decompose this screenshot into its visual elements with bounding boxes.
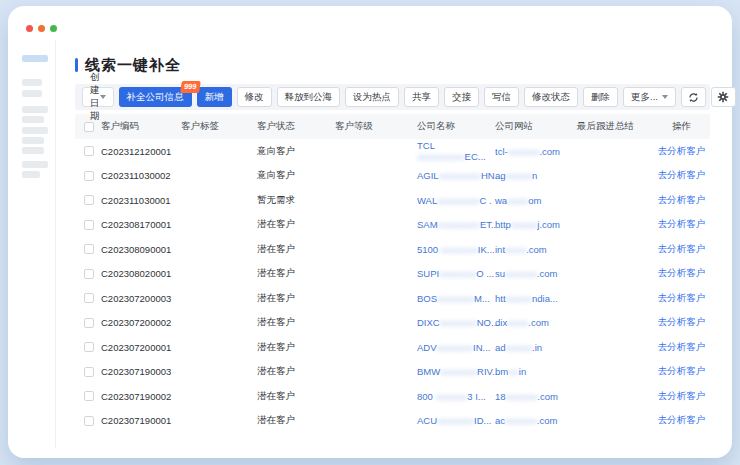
close-window-icon[interactable] [26,25,33,32]
sidebar-item[interactable] [22,147,44,154]
analyze-customer-link[interactable]: 去分析客户 [658,341,706,352]
analyze-customer-link[interactable]: 去分析客户 [658,267,706,278]
analyze-customer-link[interactable]: 去分析客户 [658,390,706,401]
action-cell: 去分析客户 [653,390,710,403]
table-row: C202308020001 潜在客户 SUPIoooooooO ... suoo… [75,262,710,287]
action-cell: 去分析客户 [653,267,710,280]
company-website-cell: httpoooooj.com [495,219,577,230]
sidebar-item[interactable] [22,116,44,123]
col-header-customer-level: 客户等级 [335,120,417,133]
row-checkbox[interactable] [84,244,94,254]
handover-button[interactable]: 交接 [444,87,479,107]
delete-button[interactable]: 删除 [583,87,618,107]
row-checkbox[interactable] [84,220,94,230]
redacted-text: ooooooo [440,317,477,328]
share-button[interactable]: 共享 [404,87,439,107]
company-website-cell: dixoooo.com [495,317,577,328]
row-checkbox[interactable] [84,293,94,303]
redacted-text: ooooo [511,219,537,230]
table-row: C202308170001 潜在客户 SAMooooooooET... http… [75,213,710,238]
col-header-company-website: 公司网站 [495,120,577,133]
customer-status-cell: 潜在客户 [257,414,335,427]
settings-button[interactable] [711,87,736,107]
row-checkbox[interactable] [84,269,94,279]
company-name-cell: ACUoooooooID... [417,415,495,426]
redacted-text: oooo [507,317,528,328]
redacted-text: ooooo [506,342,532,353]
customer-code-cell: C202308090001 [101,244,181,255]
customer-status-cell: 潜在客户 [257,243,335,256]
table-row: C202307200003 潜在客户 BOSoooooooM... httooo… [75,286,710,311]
customer-status-cell: 潜在客户 [257,267,335,280]
release-to-pool-button[interactable]: 释放到公海 [277,87,341,107]
row-checkbox[interactable] [84,318,94,328]
row-checkbox[interactable] [84,195,94,205]
set-hotspot-button[interactable]: 设为热点 [345,87,399,107]
customer-status-cell: 意向客户 [257,145,335,158]
action-cell: 去分析客户 [653,316,710,329]
complete-company-info-button[interactable]: 补全公司信息 999 [119,87,192,107]
company-website-cell: 18oooooo.com [495,391,577,402]
redacted-text: ooooo [506,170,532,181]
sidebar-item[interactable] [22,161,48,168]
select-all-checkbox[interactable] [84,122,94,132]
maximize-window-icon[interactable] [50,25,57,32]
table-row: C202312120001 意向客户 TCL oooooooooEC... tc… [75,139,710,164]
chevron-down-icon [662,95,668,99]
sidebar-item[interactable] [22,137,44,144]
analyze-customer-link[interactable]: 去分析客户 [658,145,706,156]
customer-status-cell: 潜在客户 [257,341,335,354]
redacted-text: oooo [505,244,526,255]
gear-icon [717,91,729,103]
write-email-button[interactable]: 写信 [484,87,519,107]
table-row: C202307200001 潜在客户 ADVoooooooIN... adooo… [75,335,710,360]
filter-label: 创建日期 [90,71,100,123]
row-checkbox[interactable] [84,146,94,156]
sidebar-item[interactable] [22,79,42,86]
change-status-button[interactable]: 修改状态 [524,87,578,107]
sidebar-item[interactable] [22,106,48,113]
col-header-last-followup: 最后跟进总结 [577,120,653,133]
add-button[interactable]: 新增 [197,87,232,107]
table-row: C202311030001 暂无需求 WALooooooooC . waoooo… [75,188,710,213]
create-date-filter-select[interactable]: 创建日期 [82,87,114,107]
redacted-text: oooooooo [437,195,479,206]
more-button[interactable]: 更多... [623,87,676,107]
minimize-window-icon[interactable] [38,25,45,32]
row-checkbox[interactable] [84,391,94,401]
table-header: 客户编码 客户标签 客户状态 客户等级 公司名称 公司网站 最后跟进总结 操作 [75,114,710,139]
analyze-customer-link[interactable]: 去分析客户 [658,316,706,327]
company-website-cell: waooooom [495,195,577,206]
sidebar-item[interactable] [22,90,42,97]
edit-button[interactable]: 修改 [237,87,272,107]
customer-code-cell: C202307200001 [101,342,181,353]
sidebar-skeleton [22,55,52,178]
analyze-customer-link[interactable]: 去分析客户 [658,414,706,425]
analyze-customer-link[interactable]: 去分析客户 [658,218,706,229]
row-checkbox[interactable] [84,171,94,181]
chevron-down-icon [100,95,106,99]
action-cell: 去分析客户 [653,292,710,305]
action-cell: 去分析客户 [653,169,710,182]
sidebar-item-active[interactable] [22,55,48,62]
refresh-button[interactable] [681,87,706,107]
row-checkbox[interactable] [84,416,94,426]
analyze-customer-link[interactable]: 去分析客户 [658,365,706,376]
redacted-text: oooooo [505,268,537,279]
company-website-cell: tcl-oooooo.com [495,146,577,157]
title-accent-bar [75,58,78,72]
analyze-customer-link[interactable]: 去分析客户 [658,194,706,205]
sidebar-item[interactable] [22,127,48,134]
analyze-customer-link[interactable]: 去分析客户 [658,169,706,180]
action-cell: 去分析客户 [653,365,710,378]
row-checkbox[interactable] [84,342,94,352]
company-name-cell: SAMooooooooET... [417,219,495,230]
action-cell: 去分析客户 [653,145,710,158]
sidebar-item[interactable] [22,171,40,178]
refresh-icon [688,92,699,103]
row-checkbox[interactable] [84,367,94,377]
analyze-customer-link[interactable]: 去分析客户 [658,243,706,254]
analyze-customer-link[interactable]: 去分析客户 [658,292,706,303]
toolbar: 创建日期 补全公司信息 999 新增 修改 释放到公海 设为热点 共享 交接 写… [75,84,710,110]
company-name-cell: ADVoooooooIN... [417,342,495,353]
